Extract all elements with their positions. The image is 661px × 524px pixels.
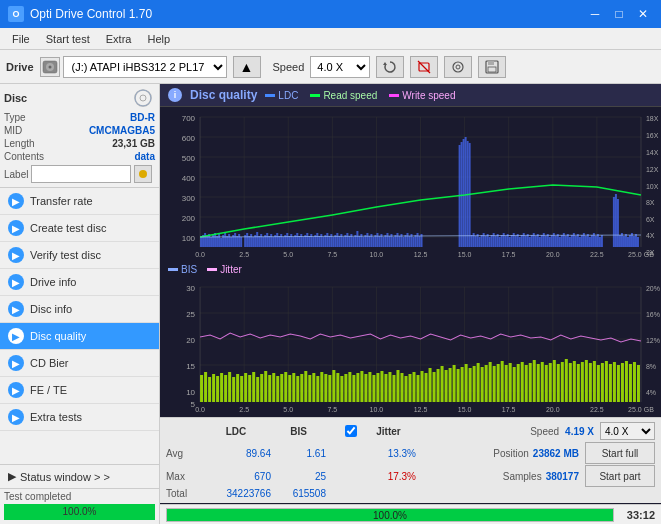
svg-rect-304	[280, 374, 283, 402]
sidebar-item-drive-info[interactable]: ▶ Drive info	[0, 269, 159, 296]
maximize-button[interactable]: □	[609, 5, 629, 23]
menu-extra[interactable]: Extra	[98, 31, 140, 47]
max-jitter: 17.3%	[361, 471, 416, 482]
svg-rect-77	[256, 232, 258, 247]
svg-rect-388	[617, 365, 620, 402]
svg-rect-90	[282, 237, 284, 247]
status-window-button[interactable]: ▶ Status window > >	[0, 465, 159, 488]
sidebar-item-disc-quality[interactable]: ▶ Disc quality	[0, 323, 159, 350]
svg-rect-371	[549, 363, 552, 402]
minimize-button[interactable]: ─	[585, 5, 605, 23]
start-part-button[interactable]: Start part	[585, 465, 655, 487]
svg-rect-186	[511, 235, 513, 247]
svg-rect-188	[515, 236, 517, 247]
svg-text:15: 15	[186, 362, 195, 371]
svg-rect-205	[549, 237, 551, 247]
svg-rect-377	[573, 361, 576, 402]
speed-selector[interactable]: 4.0 X	[310, 56, 370, 78]
svg-rect-333	[396, 370, 399, 402]
svg-rect-230	[599, 237, 601, 247]
svg-rect-181	[501, 235, 503, 247]
speed-stat-selector[interactable]: 4.0 X	[600, 422, 655, 440]
svg-rect-307	[292, 373, 295, 402]
svg-rect-157	[417, 233, 419, 247]
drive-selector[interactable]: (J:) ATAPI iHBS312 2 PL17	[63, 56, 227, 78]
svg-rect-228	[595, 236, 597, 247]
svg-rect-59	[218, 234, 220, 247]
svg-rect-74	[250, 234, 252, 247]
svg-rect-173	[485, 236, 487, 247]
sidebar-item-create-test-disc[interactable]: ▶ Create test disc	[0, 215, 159, 242]
svg-rect-302	[272, 373, 275, 402]
svg-rect-142	[386, 233, 388, 247]
close-button[interactable]: ✕	[633, 5, 653, 23]
max-bis: 25	[271, 471, 326, 482]
svg-rect-87	[276, 233, 278, 247]
svg-rect-242	[633, 236, 635, 247]
svg-text:0.0: 0.0	[195, 251, 205, 258]
eject-button[interactable]: ▲	[233, 56, 261, 78]
svg-rect-243	[635, 234, 637, 247]
svg-rect-175	[489, 237, 491, 247]
svg-text:22.5: 22.5	[590, 406, 604, 413]
svg-text:25: 25	[186, 310, 195, 319]
svg-rect-156	[415, 235, 417, 247]
svg-rect-10	[488, 67, 496, 72]
svg-rect-150	[402, 237, 404, 247]
svg-text:18X: 18X	[646, 115, 659, 122]
menu-help[interactable]: Help	[139, 31, 178, 47]
sidebar-item-fe-te[interactable]: ▶ FE / TE	[0, 377, 159, 404]
fe-te-icon: ▶	[8, 382, 24, 398]
svg-rect-220	[579, 237, 581, 247]
svg-rect-289	[220, 373, 223, 402]
sidebar-item-cd-bier[interactable]: ▶ CD Bier	[0, 350, 159, 377]
svg-rect-313	[316, 376, 319, 402]
svg-rect-360	[505, 365, 508, 402]
start-full-button[interactable]: Start full	[585, 442, 655, 464]
svg-rect-367	[533, 360, 536, 402]
svg-rect-389	[621, 363, 624, 402]
svg-text:400: 400	[182, 174, 196, 183]
sidebar-item-transfer-rate[interactable]: ▶ Transfer rate	[0, 188, 159, 215]
svg-rect-229	[597, 234, 599, 247]
svg-text:16%: 16%	[646, 311, 660, 318]
svg-rect-336	[408, 374, 411, 402]
avg-ldc: 89.64	[201, 448, 271, 459]
label-edit-button[interactable]	[134, 165, 152, 183]
save-button[interactable]	[478, 56, 506, 78]
label-input[interactable]	[31, 165, 131, 183]
svg-rect-70	[240, 237, 242, 247]
svg-rect-100	[302, 237, 304, 247]
disc-info-icon: ▶	[8, 301, 24, 317]
svg-rect-383	[597, 365, 600, 402]
avg-jitter: 13.3%	[361, 448, 416, 459]
disc-quality-header: i Disc quality LDC Read speed Write spee…	[160, 84, 661, 107]
disc-quality-icon: ▶	[8, 328, 24, 344]
sidebar-item-extra-tests[interactable]: ▶ Extra tests	[0, 404, 159, 431]
svg-rect-65	[230, 237, 232, 247]
total-ldc: 34223766	[201, 488, 271, 499]
menu-start-test[interactable]: Start test	[38, 31, 98, 47]
sidebar-item-verify-test-disc[interactable]: ▶ Verify test disc	[0, 242, 159, 269]
svg-text:8%: 8%	[646, 363, 656, 370]
svg-rect-347	[453, 365, 456, 402]
menu-file[interactable]: File	[4, 31, 38, 47]
erase-button[interactable]	[410, 56, 438, 78]
svg-rect-145	[392, 237, 394, 247]
svg-rect-324	[360, 371, 363, 402]
svg-rect-335	[404, 376, 407, 402]
svg-rect-295	[244, 373, 247, 402]
jitter-checkbox[interactable]	[345, 425, 357, 437]
svg-rect-206	[551, 235, 553, 247]
sidebar-progress-text: 100.0%	[4, 504, 155, 520]
sidebar-item-disc-info[interactable]: ▶ Disc info	[0, 296, 159, 323]
refresh-button[interactable]	[376, 56, 404, 78]
svg-rect-131	[364, 235, 366, 247]
ldc-column-header: LDC	[201, 426, 271, 437]
bis-legend-label: BIS	[181, 264, 197, 275]
title-bar: O Opti Drive Control 1.70 ─ □ ✕	[0, 0, 661, 28]
disc-icon-button[interactable]	[444, 56, 472, 78]
svg-rect-153	[408, 236, 410, 247]
svg-rect-340	[425, 373, 428, 402]
svg-rect-378	[577, 364, 580, 402]
